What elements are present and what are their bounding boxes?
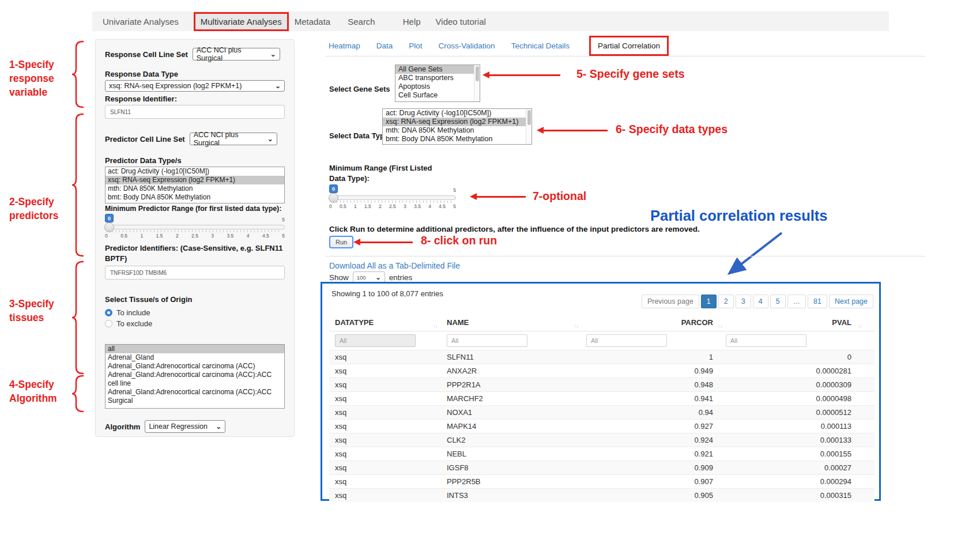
listbox-option[interactable]: act: Drug Activity (-log10[IC50M]) [383, 109, 532, 118]
listbox-option-selected[interactable]: xsq: RNA-seq Expression (log2 FPKM+1) [105, 176, 284, 184]
tab-partial-correlation[interactable]: Partial Correlation [598, 41, 660, 50]
cell-name: CLK2 [442, 436, 582, 444]
listbox-option-selected[interactable]: all [105, 345, 284, 353]
tab-technical-details[interactable]: Technical Details [511, 41, 570, 50]
cell-name: PPP2R1A [442, 380, 582, 389]
cell-name: IGSF8 [442, 463, 582, 472]
listbox-option[interactable]: mth: DNA 850K Methylation [383, 126, 532, 135]
nav-multivariate-analyses[interactable]: Multivariate Analyses [201, 17, 282, 27]
listbox-option[interactable]: act: Drug Activity (-log10[IC50M]) [105, 167, 284, 176]
listbox-option[interactable]: ABC transporters [395, 74, 480, 82]
tab-partial-correlation-highlight[interactable]: Partial Correlation [589, 36, 669, 56]
slider-value-badge: 0 [329, 184, 338, 193]
cell-name: ANXA2R [442, 367, 582, 375]
scrollbar-thumb[interactable] [476, 66, 479, 81]
filter-input-pval[interactable]: All [726, 334, 806, 347]
table-row: xsqCLK20.9240.000133 [329, 433, 875, 447]
listbox-option-selected[interactable]: All Gene Sets [395, 65, 480, 74]
scrollbar[interactable] [526, 109, 532, 144]
page-button-2[interactable]: 2 [718, 295, 734, 308]
tissue-exclude-radio[interactable] [105, 320, 112, 327]
predictor-cell-line-set-label: Predictor Cell Line Set [105, 135, 185, 144]
filter-input-name[interactable]: All [447, 334, 527, 347]
cell-pval: 0.000155 [721, 450, 875, 458]
min-range-label: Minimum Range (First Listed Data Type): [329, 163, 432, 184]
listbox-option[interactable]: Adrenal_Gland:Adrenocortical carcinoma (… [105, 362, 284, 371]
column-header-datatype[interactable]: DATATYPE ↑↓ [329, 318, 442, 327]
annotation-step4: 4-Specify Algorithm [9, 378, 57, 405]
filter-input-datatype[interactable]: All [335, 334, 416, 347]
tab-cross-validation[interactable]: Cross-Validation [439, 41, 495, 50]
listbox-option[interactable]: bmt: Body DNA 850K Methylation [105, 193, 284, 202]
scrollbar-thumb[interactable] [527, 110, 531, 125]
table-summary: Showing 1 to 100 of 8,077 entries [331, 289, 443, 298]
listbox-option[interactable]: Cell Surface [395, 91, 480, 100]
cell-datatype: xsq [329, 450, 442, 458]
slider-tick-labels: 00.511.522.533.544.55 [329, 203, 456, 209]
cell-datatype: xsq [329, 477, 442, 486]
tab-plot[interactable]: Plot [409, 41, 422, 50]
listbox-option[interactable]: Adrenal_Gland:Adrenocortical carcinoma (… [105, 388, 284, 405]
listbox-option[interactable]: Adrenal_Gland:Adrenocortical carcinoma (… [105, 371, 284, 388]
listbox-option[interactable]: Adrenal_Gland [105, 353, 284, 362]
predictor-cell-line-set-value: ACC NCI plus Surgical [194, 131, 264, 147]
chevron-down-icon: ⌄ [376, 275, 381, 280]
tick-label: 0 [105, 233, 108, 239]
sort-icon[interactable]: ↑↓ [433, 323, 438, 329]
nav-search[interactable]: Search [348, 17, 375, 27]
previous-page-button[interactable]: Previous page [642, 295, 699, 308]
table-filter-row: All All All All [329, 331, 875, 350]
slider-ticks [109, 230, 281, 232]
filter-input-parcor[interactable]: All [586, 334, 667, 347]
column-header-name[interactable]: NAME ↑↓ [442, 318, 582, 327]
tissue-include-radio[interactable] [105, 309, 112, 316]
tick-label: 1 [140, 233, 143, 239]
page-length-select[interactable]: 100 ⌄ [353, 271, 385, 283]
predictor-cell-line-set-select[interactable]: ACC NCI plus Surgical ⌄ [190, 133, 277, 145]
tab-data[interactable]: Data [376, 41, 393, 50]
column-header-pval[interactable]: PVAL ↑↓ [721, 318, 875, 327]
page-button-81[interactable]: 81 [808, 295, 827, 308]
nav-univariate-analyses[interactable]: Univariate Analyses [103, 17, 179, 27]
response-data-type-select[interactable]: xsq: RNA-seq Expression (log2 FPKM+1) ⌄ [105, 80, 285, 92]
next-page-button[interactable]: Next page [829, 295, 873, 308]
scrollbar[interactable] [474, 65, 480, 101]
cell-datatype: xsq [329, 380, 442, 389]
tab-heatmap[interactable]: Heatmap [329, 41, 360, 50]
page-button-5[interactable]: 5 [770, 295, 786, 308]
predictor-identifiers-input[interactable]: TNFRSF10D TMBIM6 [105, 266, 285, 280]
listbox-option[interactable]: Apoptosis [395, 82, 480, 91]
download-all-link[interactable]: Download All as a Tab-Delimited File [329, 261, 460, 270]
tick-label: 1 [354, 203, 357, 209]
nav-metadata[interactable]: Metadata [295, 17, 331, 27]
sort-icon[interactable]: ↑↓ [574, 323, 578, 329]
table-row: xsqPPP2R1A0.9480.0000309 [329, 378, 875, 391]
algorithm-value: Linear Regression [149, 422, 207, 431]
sort-icon[interactable]: ↑↓ [857, 323, 862, 329]
cell-datatype: xsq [329, 408, 442, 417]
response-identifier-input[interactable]: SLFN11 [105, 105, 285, 119]
slider-max-label: 5 [282, 217, 285, 222]
column-header-parcor[interactable]: PARCOR ↑↓ [582, 318, 721, 327]
slider-track[interactable] [105, 225, 285, 229]
nav-video-tutorial[interactable]: Video tutorial [436, 17, 486, 27]
page-button-4[interactable]: 4 [753, 295, 768, 308]
listbox-option-selected[interactable]: xsq: RNA-seq Expression (log2 FPKM+1) [383, 118, 532, 126]
nav-help[interactable]: Help [403, 17, 421, 27]
annotation-step5: 5- Specify gene sets [576, 67, 685, 81]
page-button-3[interactable]: 3 [736, 295, 751, 308]
cell-name: NOXA1 [442, 408, 582, 417]
listbox-option[interactable]: mth: DNA 850K Methylation [105, 184, 284, 193]
table-row: xsqIGSF80.9090.00027 [329, 461, 875, 474]
tick-label: 5 [282, 233, 285, 239]
response-cell-line-set-select[interactable]: ACC NCI plus Surgical ⌄ [193, 48, 280, 61]
page-button-1[interactable]: 1 [701, 295, 717, 308]
algorithm-select[interactable]: Linear Regression ⌄ [145, 420, 225, 433]
nav-multivariate-analyses-highlight[interactable]: Multivariate Analyses [194, 12, 289, 31]
listbox-option[interactable]: bmt: Body DNA 850K Methylation [383, 135, 532, 144]
tissue-exclude-label: To exclude [116, 319, 152, 328]
slider-track[interactable] [329, 195, 456, 200]
run-button[interactable]: Run [329, 236, 353, 248]
bracket-step4-icon [71, 375, 85, 413]
chevron-down-icon: ⌄ [216, 424, 221, 429]
